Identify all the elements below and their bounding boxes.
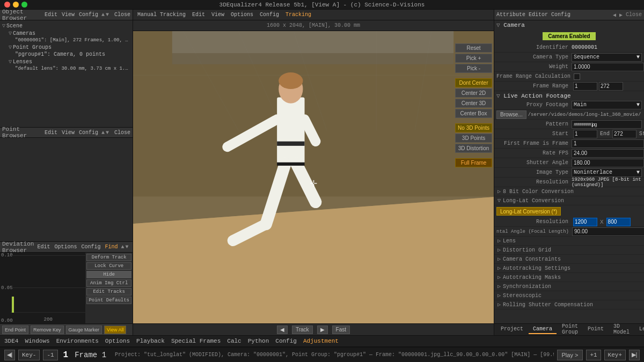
tmenu-config[interactable]: Config [260, 12, 279, 18]
fast-btn[interactable]: Fast [332, 326, 350, 334]
pb-menu-view[interactable]: View [62, 130, 75, 136]
long-lat-conversion-btn[interactable]: Long-Lat Conversion (*) [496, 207, 561, 216]
tree-pointgroup-item[interactable]: "pgroup#1": Camera, 0 points [2, 51, 130, 58]
tree-camera-item[interactable]: "00000001": [Main], 272 Frames, 1.00, Le… [2, 37, 130, 43]
ob-menu-view[interactable]: View [62, 12, 75, 18]
lock-curve-btn[interactable]: Lock Curve [86, 262, 131, 270]
tab-point-group[interactable]: Point Group [558, 322, 582, 336]
camera-enabled-btn[interactable]: Camera Enabled [543, 32, 595, 40]
bmenu-options[interactable]: Options [105, 338, 130, 344]
pb-menu-config[interactable]: Config [79, 130, 98, 136]
tmenu-edit[interactable]: Edit [192, 12, 205, 18]
center-3d-btn[interactable]: Center 3D [455, 99, 492, 108]
bmenu-3de4[interactable]: 3DE4 [4, 338, 18, 344]
ae-menu-config[interactable]: Config [551, 12, 570, 18]
gauge-marker-btn[interactable]: Gauge Marker [66, 326, 103, 334]
dev-menu-options[interactable]: Options [54, 244, 77, 250]
frame-range-end[interactable] [599, 82, 623, 91]
pb-arrow-up[interactable]: ▲ [101, 130, 105, 136]
tab-project[interactable]: Project [496, 325, 528, 334]
center-2d-btn[interactable]: Center 2D [455, 88, 492, 98]
reset-btn[interactable]: Reset [455, 43, 492, 53]
first-frame-input[interactable] [572, 139, 644, 148]
synchronization-section[interactable]: ▷ Synchronization [494, 282, 644, 291]
tmenu-view[interactable]: View [211, 12, 224, 18]
autotracking-masks-section[interactable]: ▷ Autotracking Masks [494, 273, 644, 282]
rolling-shutter-section[interactable]: ▷ Rolling Shutter Compensation [494, 300, 644, 309]
remove-key-btn[interactable]: Remove Key [31, 326, 64, 334]
tmenu-manual-tracking[interactable]: Manual Tracking [137, 12, 186, 18]
proxy-dropdown[interactable]: Main ▼ [572, 101, 642, 109]
end-input[interactable] [612, 130, 636, 138]
autotracking-settings-section[interactable]: ▷ Autotracking Settings [494, 264, 644, 273]
horiz-angle-input[interactable] [572, 227, 644, 236]
ob-arrow-up[interactable]: ▲ [101, 12, 105, 18]
tree-lenses[interactable]: ▽Lenses [2, 58, 130, 65]
tree-lens-item[interactable]: "default lens": 30.00 mm, 3.73 cm x 1.87… [2, 65, 130, 72]
3d-distortion-btn[interactable]: 3D Distortion [455, 144, 492, 153]
pb-menu-edit[interactable]: Edit [45, 130, 57, 136]
next-frame-btn[interactable]: ▶ [317, 326, 328, 334]
ob-arrow-down[interactable]: ▼ [106, 12, 109, 18]
longlat-width[interactable] [573, 218, 597, 226]
longlat-height[interactable] [606, 218, 631, 226]
bmenu-windows[interactable]: Windows [25, 338, 49, 344]
key-nav-right[interactable]: ▶| [629, 350, 640, 360]
bmenu-python[interactable]: Python [248, 338, 269, 344]
minimize-button[interactable] [13, 2, 19, 8]
tab-lens[interactable]: Lens [635, 325, 644, 334]
distortion-grid-section[interactable]: ▷ Distortion Grid [494, 246, 644, 255]
key-nav-left[interactable]: ◀| [4, 350, 15, 360]
browse-btn[interactable]: Browse... [496, 110, 526, 119]
pattern-input[interactable] [572, 120, 642, 129]
ae-nav-left[interactable]: ◀ [613, 12, 616, 18]
stereoscopic-section[interactable]: ▷ Stereoscopic [494, 291, 644, 300]
tmenu-tracking[interactable]: Tracking [286, 12, 311, 18]
weight-input[interactable] [572, 63, 644, 71]
start-input[interactable] [573, 130, 597, 138]
frc-checkbox[interactable] [574, 73, 580, 80]
play-btn[interactable]: Play > [557, 350, 583, 360]
bit8-section[interactable]: ▷ 8 Bit Color Conversion [494, 187, 644, 196]
hide-btn[interactable]: Hide [86, 271, 131, 278]
viewport-image[interactable]: ✛ Reset Pick + Pick - Dont Center Center… [133, 31, 494, 323]
bmenu-playback[interactable]: Playback [136, 338, 165, 344]
dev-menu-edit[interactable]: Edit [37, 244, 50, 250]
prev-frame-btn[interactable]: ◀ [277, 326, 288, 334]
fps-input[interactable] [572, 149, 644, 158]
ob-menu-config[interactable]: Config [79, 12, 98, 18]
close-button[interactable] [4, 2, 10, 8]
pick-plus-btn[interactable]: Pick + [455, 54, 492, 63]
tree-pointgroups[interactable]: ▽Point Groups [2, 43, 130, 51]
camera-type-dropdown[interactable]: Sequence ▼ [572, 53, 642, 62]
anim-img-ctrl-btn[interactable]: Anim Img Ctrl [86, 279, 131, 287]
dev-find[interactable]: Find [105, 244, 118, 250]
camera-constraints-section[interactable]: ▷ Camera Constraints [494, 255, 644, 264]
tree-cameras[interactable]: ▽Cameras [2, 29, 130, 37]
ae-close[interactable]: Close [626, 12, 642, 18]
full-frame-btn[interactable]: Full Frame [455, 158, 492, 167]
tree-scene[interactable]: ▽Scene [2, 22, 130, 29]
deform-track-btn[interactable]: Deform Track [86, 254, 131, 261]
bmenu-special-frames[interactable]: Special Frames [171, 338, 221, 344]
tmenu-options[interactable]: Options [231, 12, 253, 18]
image-type-dropdown[interactable]: Noninterlace ▼ [572, 168, 642, 177]
track-btn[interactable]: Track [292, 326, 313, 334]
edit-tracks-btn[interactable]: Edit Tracks [86, 288, 131, 295]
no-3d-points-btn[interactable]: No 3D Points [455, 123, 492, 132]
longlat-section[interactable]: ▽ Long-Lat Conversion [494, 196, 644, 205]
dev-menu-config[interactable]: Config [81, 244, 100, 250]
maximize-button[interactable] [21, 2, 27, 8]
ae-nav-right[interactable]: ▶ [619, 12, 623, 18]
tab-3d-model[interactable]: 3D Model [609, 322, 634, 336]
ob-menu-edit[interactable]: Edit [45, 12, 57, 18]
bmenu-adjustment[interactable]: Adjustment [303, 338, 339, 344]
dev-arrow-up[interactable]: ▲ [121, 244, 124, 250]
shutter-input[interactable] [572, 159, 644, 167]
center-box-btn[interactable]: Center Box [455, 109, 492, 118]
bmenu-calc[interactable]: Calc [227, 338, 241, 344]
ob-close[interactable]: Close [114, 12, 130, 18]
bmenu-config[interactable]: Config [275, 338, 297, 344]
3d-points-btn[interactable]: 3D Points [455, 134, 492, 143]
view-all-btn[interactable]: View All [104, 326, 126, 334]
